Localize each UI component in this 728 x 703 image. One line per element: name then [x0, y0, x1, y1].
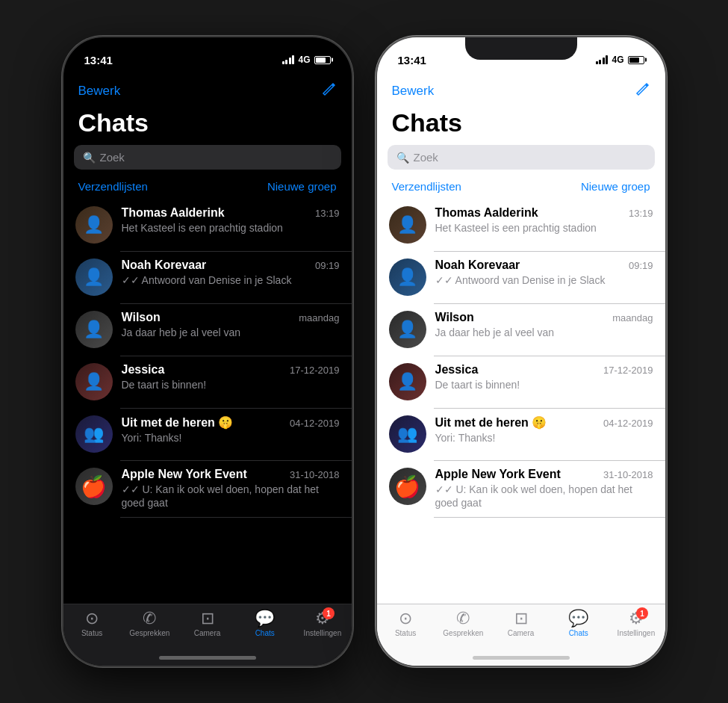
- chat-info-noah: Noah Korevaar09:19✓✓ Antwoord van Denise…: [122, 258, 340, 287]
- chat-time-noah: 09:19: [315, 260, 340, 271]
- bewerk-button[interactable]: Bewerk: [78, 84, 121, 99]
- chat-name-row-apple: Apple New York Event31-10-2018: [435, 468, 653, 481]
- app-content: Bewerk Chats 🔍 Zoek Verzendlijsten Nieuw…: [377, 75, 665, 604]
- avatar-wilson: 👤: [75, 311, 113, 348]
- nieuwe-groep-link[interactable]: Nieuwe groep: [581, 180, 650, 193]
- search-placeholder: Zoek: [100, 151, 125, 164]
- network-label: 4G: [298, 55, 310, 65]
- tab-label-gesprekken: Gesprekken: [129, 629, 169, 637]
- chat-info-jessica: Jessica17-12-2019De taart is binnen!: [122, 363, 340, 391]
- chat-item-thomas[interactable]: 👤Thomas Aalderink13:19Het Kasteel is een…: [63, 199, 352, 251]
- search-bar[interactable]: 🔍 Zoek: [388, 145, 655, 170]
- tab-status[interactable]: ⊙Status: [63, 610, 121, 637]
- tab-gesprekken[interactable]: ✆Gesprekken: [121, 610, 178, 637]
- chat-time-apple: 31-10-2018: [603, 469, 653, 480]
- search-bar[interactable]: 🔍 Zoek: [74, 145, 341, 170]
- chat-preview-jessica: De taart is binnen!: [435, 378, 653, 391]
- chat-item-jessica[interactable]: 👤Jessica17-12-2019De taart is binnen!: [377, 356, 665, 408]
- chat-name-apple: Apple New York Event: [122, 468, 247, 481]
- tab-badge-instellingen: ⚙ 1: [315, 610, 330, 627]
- chat-name-row-thomas: Thomas Aalderink13:19: [435, 206, 653, 220]
- chat-item-thomas[interactable]: 👤Thomas Aalderink13:19Het Kasteel is een…: [377, 199, 665, 251]
- chat-time-thomas: 13:19: [629, 208, 653, 219]
- chat-info-jessica: Jessica17-12-2019De taart is binnen!: [435, 363, 653, 391]
- tab-status[interactable]: ⊙Status: [377, 610, 435, 637]
- chat-name-row-wilson: Wilsonmaandag: [435, 311, 653, 324]
- chat-preview-wilson: Ja daar heb je al veel van: [435, 326, 653, 339]
- chat-header: Bewerk: [63, 75, 352, 105]
- chat-preview-noah: ✓✓ Antwoord van Denise in je Slack: [435, 273, 653, 287]
- chat-item-wilson[interactable]: 👤WilsonmaandagJa daar heb je al veel van: [377, 303, 665, 356]
- chat-preview-wilson: Ja daar heb je al veel van: [122, 326, 340, 339]
- chat-info-apple: Apple New York Event31-10-2018✓✓ U: Kan …: [122, 468, 340, 510]
- chat-info-group: Uit met de heren 🤫04-12-2019Yori: Thanks…: [122, 415, 340, 445]
- chat-time-group: 04-12-2019: [290, 418, 340, 429]
- status-time: 13:41: [398, 54, 426, 66]
- chat-preview-jessica: De taart is binnen!: [122, 378, 340, 391]
- tab-icon-chats: 💬: [255, 610, 275, 627]
- tab-icon-gesprekken: ✆: [456, 610, 470, 627]
- chat-preview-noah: ✓✓ Antwoord van Denise in je Slack: [122, 273, 340, 287]
- tab-icon-status: ⊙: [399, 610, 412, 627]
- chat-name-jessica: Jessica: [122, 363, 165, 377]
- phone-dark: 13:41 4G Bewerk Chats 🔍 Zoek Verzendlijs…: [62, 36, 353, 667]
- tab-chats[interactable]: 💬Chats: [236, 610, 293, 637]
- app-content: Bewerk Chats 🔍 Zoek Verzendlijsten Nieuw…: [63, 75, 352, 604]
- chat-time-wilson: maandag: [299, 312, 339, 323]
- chat-preview-thomas: Het Kasteel is een prachtig stadion: [435, 221, 653, 235]
- signal-bars: [596, 55, 609, 64]
- chat-name-group: Uit met de heren 🤫: [435, 415, 547, 430]
- chat-item-wilson[interactable]: 👤WilsonmaandagJa daar heb je al veel van: [63, 303, 352, 356]
- tab-icon-status: ⊙: [85, 610, 99, 627]
- nieuwe-groep-link[interactable]: Nieuwe groep: [267, 180, 337, 193]
- search-placeholder: Zoek: [414, 151, 438, 164]
- avatar-group: 👥: [389, 415, 426, 453]
- chat-info-apple: Apple New York Event31-10-2018✓✓ U: Kan …: [435, 468, 653, 510]
- tab-instellingen[interactable]: ⚙ 1 Instellingen: [607, 610, 665, 637]
- chat-name-wilson: Wilson: [435, 311, 474, 324]
- chat-info-thomas: Thomas Aalderink13:19Het Kasteel is een …: [122, 206, 340, 235]
- signal-bars: [282, 55, 295, 64]
- tab-icon-camera: ⊡: [201, 610, 214, 627]
- compose-icon[interactable]: [634, 81, 650, 101]
- verzendlijsten-link[interactable]: Verzendlijsten: [392, 180, 461, 193]
- avatar-jessica: 👤: [75, 363, 113, 400]
- chat-header: Bewerk: [377, 75, 665, 105]
- tab-camera[interactable]: ⊡Camera: [178, 610, 236, 637]
- phones-container: 13:41 4G Bewerk Chats 🔍 Zoek Verzendlijs…: [62, 36, 667, 667]
- chat-preview-group: Yori: Thanks!: [122, 431, 340, 445]
- tab-label-chats: Chats: [569, 629, 588, 637]
- chat-list: 👤Thomas Aalderink13:19Het Kasteel is een…: [377, 199, 665, 604]
- avatar-noah: 👤: [389, 258, 426, 296]
- chat-item-apple[interactable]: 🍎Apple New York Event31-10-2018✓✓ U: Kan…: [63, 460, 352, 517]
- tab-badge-count-instellingen: 1: [323, 607, 335, 619]
- chat-info-wilson: WilsonmaandagJa daar heb je al veel van: [122, 311, 340, 339]
- bewerk-button[interactable]: Bewerk: [392, 84, 435, 99]
- notch: [152, 37, 264, 60]
- chat-item-noah[interactable]: 👤Noah Korevaar09:19✓✓ Antwoord van Denis…: [63, 251, 352, 303]
- tab-label-camera: Camera: [508, 629, 535, 637]
- chat-item-jessica[interactable]: 👤Jessica17-12-2019De taart is binnen!: [63, 356, 352, 408]
- tab-gesprekken[interactable]: ✆Gesprekken: [435, 610, 492, 637]
- verzendlijsten-link[interactable]: Verzendlijsten: [78, 180, 148, 193]
- chat-item-apple[interactable]: 🍎Apple New York Event31-10-2018✓✓ U: Kan…: [377, 460, 665, 517]
- chat-info-group: Uit met de heren 🤫04-12-2019Yori: Thanks…: [435, 415, 653, 445]
- chat-name-jessica: Jessica: [435, 363, 479, 377]
- avatar-apple: 🍎: [75, 468, 113, 505]
- chat-preview-apple: ✓✓ U: Kan ik ook wel doen, hopen dat het…: [435, 483, 653, 510]
- tab-instellingen[interactable]: ⚙ 1 Instellingen: [293, 610, 351, 637]
- tab-camera[interactable]: ⊡Camera: [492, 610, 550, 637]
- tab-icon-gesprekken: ✆: [143, 610, 156, 627]
- quick-links: Verzendlijsten Nieuwe groep: [377, 177, 665, 199]
- chat-name-row-jessica: Jessica17-12-2019: [435, 363, 653, 377]
- search-icon: 🔍: [396, 152, 409, 164]
- notch: [465, 37, 577, 60]
- chat-name-row-thomas: Thomas Aalderink13:19: [122, 206, 340, 220]
- chat-item-noah[interactable]: 👤Noah Korevaar09:19✓✓ Antwoord van Denis…: [377, 251, 665, 303]
- tab-chats[interactable]: 💬Chats: [550, 610, 607, 637]
- compose-icon[interactable]: [320, 81, 337, 101]
- chat-item-group[interactable]: 👥Uit met de heren 🤫04-12-2019Yori: Thank…: [63, 408, 352, 460]
- chat-item-group[interactable]: 👥Uit met de heren 🤫04-12-2019Yori: Thank…: [377, 408, 665, 460]
- chat-name-row-group: Uit met de heren 🤫04-12-2019: [435, 415, 653, 430]
- home-indicator: [159, 656, 256, 660]
